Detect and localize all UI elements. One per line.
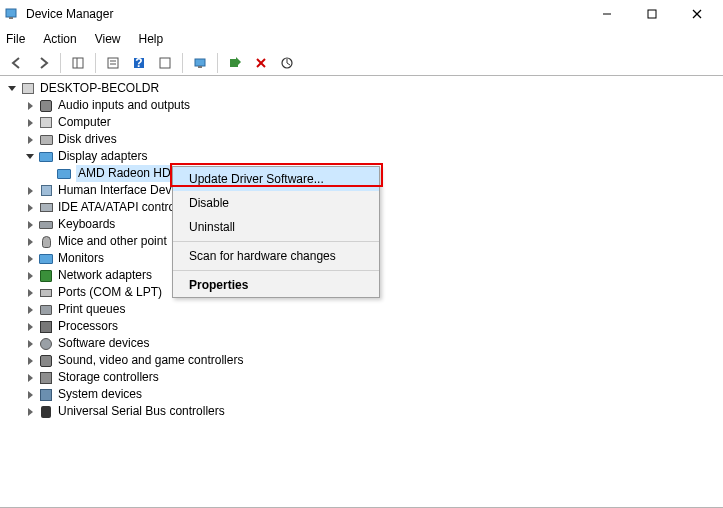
computer-icon [20, 81, 36, 97]
chevron-right-icon[interactable] [24, 372, 36, 384]
monitor-icon [56, 166, 72, 182]
chevron-right-icon[interactable] [24, 270, 36, 282]
chevron-right-icon[interactable] [24, 100, 36, 112]
tree-item-storage[interactable]: Storage controllers [2, 369, 721, 386]
action-button[interactable] [154, 52, 176, 74]
tree-item-label: Human Interface Dev [58, 182, 171, 199]
chevron-right-icon[interactable] [24, 389, 36, 401]
properties-button[interactable] [102, 52, 124, 74]
chevron-right-icon[interactable] [24, 117, 36, 129]
back-button[interactable] [6, 52, 28, 74]
svg-rect-8 [108, 58, 118, 68]
tree-item-label: Print queues [58, 301, 125, 318]
help-button[interactable]: ? [128, 52, 150, 74]
titlebar: Device Manager [0, 0, 723, 28]
chevron-right-icon[interactable] [24, 355, 36, 367]
hid-icon [38, 183, 54, 199]
toolbar-separator [182, 53, 183, 73]
tree-item-label: IDE ATA/ATAPI contro [58, 199, 175, 216]
tree-root-label: DESKTOP-BECOLDR [40, 80, 159, 97]
svg-rect-15 [198, 66, 202, 68]
chevron-right-icon[interactable] [24, 406, 36, 418]
monitor-icon [38, 149, 54, 165]
monitor-icon [38, 251, 54, 267]
enable-button[interactable] [224, 52, 246, 74]
context-menu: Update Driver Software... Disable Uninst… [172, 166, 380, 298]
chevron-right-icon[interactable] [24, 321, 36, 333]
tree-item-audio[interactable]: Audio inputs and outputs [2, 97, 721, 114]
chevron-right-icon[interactable] [24, 304, 36, 316]
tree-item-label: Universal Serial Bus controllers [58, 403, 225, 420]
menu-action[interactable]: Action [43, 32, 76, 46]
menu-view[interactable]: View [95, 32, 121, 46]
window-controls [584, 4, 719, 24]
context-disable[interactable]: Disable [173, 191, 379, 215]
cpu-icon [38, 319, 54, 335]
tree-item-label: Software devices [58, 335, 149, 352]
context-properties[interactable]: Properties [173, 273, 379, 297]
pc-icon [38, 115, 54, 131]
show-hide-console-button[interactable] [67, 52, 89, 74]
tree-item-print[interactable]: Print queues [2, 301, 721, 318]
tree-item-label: Monitors [58, 250, 104, 267]
svg-text:?: ? [135, 56, 142, 70]
tree-item-processors[interactable]: Processors [2, 318, 721, 335]
tree-item-software[interactable]: Software devices [2, 335, 721, 352]
chevron-right-icon[interactable] [24, 287, 36, 299]
chevron-right-icon[interactable] [24, 134, 36, 146]
tree-item-label: Computer [58, 114, 111, 131]
forward-button[interactable] [32, 52, 54, 74]
tree-item-label: Storage controllers [58, 369, 159, 386]
monitor-button[interactable] [189, 52, 211, 74]
uninstall-button[interactable] [250, 52, 272, 74]
tree-item-system[interactable]: System devices [2, 386, 721, 403]
tree-item-label: Display adapters [58, 148, 147, 165]
network-icon [38, 268, 54, 284]
context-separator [173, 270, 379, 271]
context-separator [173, 241, 379, 242]
tree-item-label: Keyboards [58, 216, 115, 233]
tree-item-label: Disk drives [58, 131, 117, 148]
tree-item-disk[interactable]: Disk drives [2, 131, 721, 148]
svg-rect-14 [195, 59, 205, 66]
gear-icon [38, 336, 54, 352]
chevron-right-icon[interactable] [24, 338, 36, 350]
tree-item-label: Audio inputs and outputs [58, 97, 190, 114]
toolbar-separator [217, 53, 218, 73]
tree-item-label: Mice and other point [58, 233, 167, 250]
context-uninstall[interactable]: Uninstall [173, 215, 379, 239]
toolbar-separator [95, 53, 96, 73]
svg-rect-13 [160, 58, 170, 68]
port-icon [38, 285, 54, 301]
tree-item-sound[interactable]: Sound, video and game controllers [2, 352, 721, 369]
tree-item-usb[interactable]: Universal Serial Bus controllers [2, 403, 721, 420]
context-update-driver[interactable]: Update Driver Software... [173, 167, 379, 191]
minimize-button[interactable] [584, 4, 629, 24]
tree-item-label: Processors [58, 318, 118, 335]
chevron-right-icon[interactable] [24, 219, 36, 231]
storage-icon [38, 370, 54, 386]
svg-rect-1 [9, 17, 13, 19]
ide-icon [38, 200, 54, 216]
close-button[interactable] [674, 4, 719, 24]
tree-root[interactable]: DESKTOP-BECOLDR [2, 80, 721, 97]
chevron-right-icon[interactable] [24, 185, 36, 197]
svg-rect-6 [73, 58, 83, 68]
menu-file[interactable]: File [6, 32, 25, 46]
chevron-down-icon[interactable] [6, 83, 18, 95]
chevron-right-icon[interactable] [24, 253, 36, 265]
svg-rect-3 [648, 10, 656, 18]
chevron-down-icon[interactable] [24, 151, 36, 163]
tree-item-display[interactable]: Display adapters [2, 148, 721, 165]
chevron-right-icon[interactable] [24, 236, 36, 248]
scan-hardware-button[interactable] [276, 52, 298, 74]
mouse-icon [38, 234, 54, 250]
tree-item-label: AMD Radeon HD [76, 165, 173, 182]
chevron-right-icon[interactable] [24, 202, 36, 214]
tree-item-computer[interactable]: Computer [2, 114, 721, 131]
context-scan[interactable]: Scan for hardware changes [173, 244, 379, 268]
svg-rect-0 [6, 9, 16, 17]
maximize-button[interactable] [629, 4, 674, 24]
menu-help[interactable]: Help [139, 32, 164, 46]
sound-icon [38, 353, 54, 369]
